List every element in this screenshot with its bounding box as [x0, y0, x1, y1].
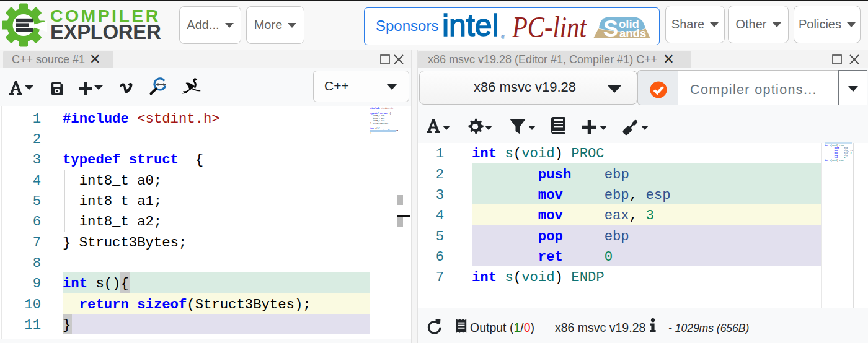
- svg-text:S: S: [603, 16, 618, 40]
- svg-text:ands: ands: [619, 27, 646, 40]
